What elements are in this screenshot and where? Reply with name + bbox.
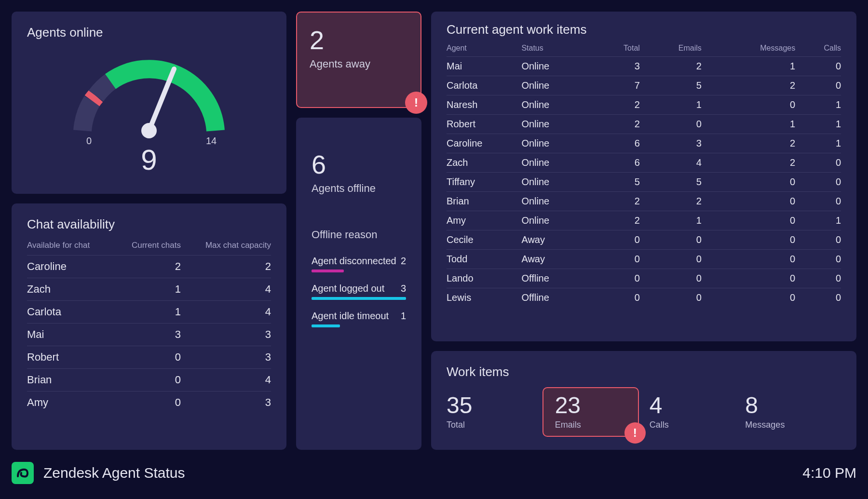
work-item-label: Total: [447, 420, 531, 430]
total-count: 5: [597, 173, 640, 192]
emails-count: 3: [640, 134, 702, 153]
agent-name: Amy: [447, 211, 521, 230]
table-row: TiffanyOnline5500: [447, 173, 841, 192]
offline-reason-bar: [312, 324, 340, 327]
agents-online-value: 9: [27, 143, 271, 176]
col-header: Status: [521, 41, 596, 57]
current-work-items-table: Agent Status Total Emails Messages Calls…: [447, 41, 841, 307]
table-row: LandoOffline0000: [447, 269, 841, 288]
total-count: 0: [597, 250, 640, 269]
col-header: Emails: [640, 41, 702, 57]
agent-status: Online: [521, 95, 596, 115]
total-count: 6: [597, 153, 640, 173]
offline-reason-row: Agent logged out 3: [312, 283, 406, 300]
dashboard-grid: Agents online 0 14 9 2 Agents away: [12, 12, 856, 450]
alert-icon: !: [624, 422, 646, 444]
table-row: ToddAway0000: [447, 250, 841, 269]
max-chats: 3: [181, 324, 271, 346]
current-chats: 1: [113, 301, 181, 324]
agent-status: Online: [521, 76, 596, 95]
agents-away-card: 2 Agents away !: [296, 12, 421, 108]
work-item-label: Messages: [745, 420, 829, 430]
current-chats: 0: [113, 391, 181, 414]
messages-count: 0: [702, 95, 795, 115]
agent-name: Brian: [447, 192, 521, 211]
gauge-chart: 0 14: [27, 44, 271, 145]
emails-count: 0: [640, 230, 702, 250]
agent-status: Online: [521, 115, 596, 134]
work-items-title: Work items: [447, 364, 841, 379]
offline-reason-row: Agent disconnected 2: [312, 256, 406, 272]
total-count: 0: [597, 230, 640, 250]
calls-count: 1: [795, 211, 841, 230]
calls-count: 0: [795, 230, 841, 250]
col-header: Agent: [447, 41, 521, 57]
emails-count: 2: [640, 192, 702, 211]
work-item-label: Calls: [650, 420, 734, 430]
table-row: BrianOnline2200: [447, 192, 841, 211]
emails-count: 1: [640, 211, 702, 230]
work-item-value: 35: [447, 394, 531, 417]
agent-name: Robert: [27, 346, 113, 369]
work-item-value: 8: [745, 394, 829, 417]
work-item-block: 35Total: [447, 388, 542, 436]
agents-online-card: Agents online 0 14 9: [12, 12, 286, 194]
total-count: 2: [597, 115, 640, 134]
table-row: Amy03: [27, 391, 271, 414]
agent-name: Carlota: [447, 76, 521, 95]
emails-count: 4: [640, 153, 702, 173]
agent-status: Online: [521, 153, 596, 173]
work-item-value: 23: [555, 394, 626, 417]
table-row: Robert03: [27, 346, 271, 369]
offline-reason-label: Agent idle timeout: [312, 310, 389, 322]
calls-count: 0: [795, 173, 841, 192]
table-row: CarlotaOnline7520: [447, 76, 841, 95]
agent-name: Mai: [27, 324, 113, 346]
total-count: 3: [597, 57, 640, 76]
agent-status: Away: [521, 250, 596, 269]
table-row: Brian04: [27, 369, 271, 391]
agent-name: Cecile: [447, 230, 521, 250]
messages-count: 0: [702, 173, 795, 192]
agent-status: Offline: [521, 269, 596, 288]
footer-bar: Zendesk Agent Status 4:10 PM: [12, 459, 856, 487]
messages-count: 0: [702, 230, 795, 250]
gauge-min: 0: [86, 135, 92, 145]
offline-reason-row: Agent idle timeout 1: [312, 310, 406, 327]
table-row: CarolineOnline6321: [447, 134, 841, 153]
current-chats: 1: [113, 278, 181, 301]
calls-count: 0: [795, 288, 841, 308]
total-count: 2: [597, 211, 640, 230]
agent-name: Carlota: [27, 301, 113, 324]
messages-count: 2: [702, 134, 795, 153]
current-chats: 0: [113, 369, 181, 391]
current-chats: 2: [113, 256, 181, 278]
col-header: Total: [597, 41, 640, 57]
table-row: AmyOnline2101: [447, 211, 841, 230]
calls-count: 0: [795, 192, 841, 211]
agent-name: Caroline: [27, 256, 113, 278]
table-row: NareshOnline2101: [447, 95, 841, 115]
total-count: 0: [597, 269, 640, 288]
agent-status: Online: [521, 192, 596, 211]
agent-status: Online: [521, 134, 596, 153]
calls-count: 0: [795, 76, 841, 95]
col-header: Max chat capacity: [181, 236, 271, 256]
chat-availability-table: Available for chat Current chats Max cha…: [27, 236, 271, 414]
messages-count: 0: [702, 288, 795, 308]
agent-name: Brian: [27, 369, 113, 391]
table-row: CecileAway0000: [447, 230, 841, 250]
table-row: ZachOnline6420: [447, 153, 841, 173]
messages-count: 2: [702, 76, 795, 95]
table-row: Caroline22: [27, 256, 271, 278]
agents-away-value: 2: [310, 27, 408, 53]
messages-count: 0: [702, 250, 795, 269]
messages-count: 1: [702, 57, 795, 76]
max-chats: 3: [181, 346, 271, 369]
zendesk-logo-icon: [12, 462, 34, 484]
offline-reason-title: Offline reason: [312, 229, 406, 241]
work-item-block: 8Messages: [745, 388, 841, 436]
footer-title: Zendesk Agent Status: [43, 465, 185, 481]
calls-count: 0: [795, 269, 841, 288]
col-header: Messages: [702, 41, 795, 57]
